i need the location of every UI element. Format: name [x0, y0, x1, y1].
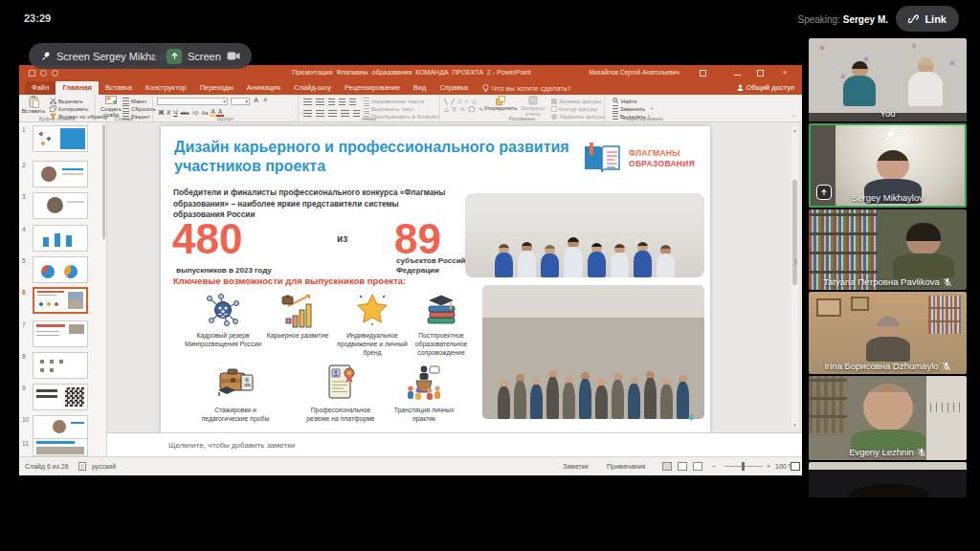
decrease-indent-icon[interactable] [328, 99, 335, 105]
reading-view-button[interactable] [693, 462, 702, 471]
bookshelf [809, 376, 847, 433]
tell-me-box[interactable]: Что вы хотите сделать? [475, 81, 579, 95]
grow-font-button[interactable]: А [253, 97, 259, 103]
zoom-in-button[interactable]: + [767, 463, 770, 470]
link-button[interactable]: Link [896, 6, 959, 32]
tab-help[interactable]: Справка [433, 81, 474, 95]
open-book-icon [582, 142, 622, 176]
fit-to-window-button[interactable] [791, 462, 800, 471]
notes-pane[interactable]: Щелкните, чтобы добавить заметки [107, 432, 802, 456]
comments-toggle[interactable]: Примечания [607, 463, 645, 470]
resume-icon [320, 362, 362, 404]
shape-fill-button[interactable]: Заливка фигуры [551, 98, 605, 104]
layout-button[interactable]: Макет [122, 98, 156, 104]
slide-page-number: 8 [689, 413, 693, 422]
save-icon[interactable] [29, 70, 35, 77]
thumbnail-scrollbar[interactable] [102, 124, 105, 239]
slide-thumbnail-4[interactable] [33, 225, 88, 252]
ribbon-group-font: ▾ ▾ А А Ж К Ч abc АВ Аа А А Шрифт [153, 95, 299, 121]
feature-internships: Стажировки и педагогические пробы [196, 362, 275, 424]
tab-insert[interactable]: Вставка [99, 81, 139, 95]
paste-button[interactable]: Вставить [19, 96, 48, 114]
window-light [809, 462, 967, 470]
editing-group-label: Редактирование [605, 116, 681, 121]
replace-button[interactable]: Заменить ▾ [612, 105, 653, 112]
tab-review[interactable]: Рецензирование [338, 81, 407, 95]
scroll-down-arrow[interactable]: ▾ [791, 422, 798, 428]
slide-thumbnail-8[interactable] [33, 352, 88, 379]
slide-thumbnail-5[interactable] [33, 256, 88, 283]
underline-button[interactable]: Ч [172, 109, 179, 116]
participant-tile-partial[interactable] [809, 462, 967, 497]
quick-styles-button[interactable]: Экспресс-стили [517, 96, 549, 118]
restore-button[interactable] [757, 70, 764, 77]
feature-label: Карьерное развитие [267, 332, 329, 341]
participant-tile-evgeny[interactable]: Evgeny Lezhnin [809, 376, 967, 460]
tab-animations[interactable]: Анимация [240, 81, 287, 95]
reset-button[interactable]: Сбросить [122, 105, 156, 112]
align-text-button[interactable]: Выровнять текст [364, 105, 438, 112]
scroll-up-arrow[interactable]: ▴ [791, 127, 798, 133]
canvas-scrollbar[interactable]: ▴ ▾ [791, 126, 798, 429]
language-indicator[interactable]: русский [92, 463, 116, 470]
shapes-gallery[interactable]: ╲ ╱ □ ○ ◇ △ ▽ ☆ ◯ ∿ [444, 98, 484, 113]
slide-thumbnail-11[interactable] [33, 438, 88, 456]
slide-thumbnail-3[interactable] [33, 192, 88, 219]
camera-icon[interactable] [227, 51, 240, 61]
zoom-out-button[interactable]: − [712, 463, 716, 470]
notes-toggle[interactable]: Заметки [563, 463, 589, 470]
share-document-button[interactable]: Общий доступ [737, 83, 794, 92]
close-button[interactable]: × [777, 68, 792, 77]
text-direction-button[interactable]: Направление текста [364, 98, 438, 104]
slide-thumbnail-6-selected[interactable] [33, 287, 88, 314]
strikethrough-button[interactable]: abc [179, 110, 190, 116]
ribbon-options-button[interactable] [700, 70, 706, 77]
bold-button[interactable]: Ж [157, 109, 166, 116]
meeting-top-bar: 23:29 Speaking: Sergey M. Link [0, 0, 980, 38]
tab-transitions[interactable]: Переходы [193, 81, 240, 95]
participant-tile-tatyana[interactable]: Tatyana Петровна Pavlikova [809, 209, 967, 290]
change-case-button[interactable]: Аа [200, 110, 210, 116]
shapes-row-1: ╲ ╱ □ ○ ◇ [444, 98, 484, 105]
spellcheck-icon[interactable] [78, 462, 86, 471]
text-shadow-button[interactable]: АВ [190, 110, 200, 116]
minimize-button[interactable] [734, 75, 741, 76]
participant-tile-irina[interactable]: Irina Борисовна Dzhumaylo [809, 292, 967, 374]
shape-outline-button[interactable]: Контур фигуры [551, 105, 605, 112]
bullets-icon[interactable] [303, 99, 312, 105]
line-spacing-icon[interactable] [349, 99, 356, 105]
ribbon-group-slides: Создать слайд Макет Сбросить Раздел Слай… [96, 95, 153, 121]
tab-design[interactable]: Конструктор [139, 81, 193, 95]
slide-thumbnail-7[interactable] [33, 320, 88, 347]
normal-view-button[interactable] [662, 462, 672, 471]
undo-icon[interactable] [40, 70, 47, 77]
numbering-icon[interactable] [316, 99, 324, 105]
shrink-font-button[interactable]: А [262, 97, 269, 102]
canvas-scrollbar-thumb[interactable] [792, 180, 797, 285]
feature-practice-broadcast: Трансляция личных практик [385, 362, 463, 424]
font-name-box[interactable]: ▾ [157, 98, 228, 105]
screen-share-tab[interactable]: Screen [155, 43, 252, 69]
font-size-box[interactable]: ▾ [231, 98, 250, 105]
tab-slideshow[interactable]: Слайд-шоу [287, 81, 338, 95]
tab-home[interactable]: Главная [56, 81, 99, 95]
sidebar-collapse-chevron[interactable]: › [793, 253, 798, 269]
participant-tile-sergey-active[interactable]: Sergey Mikhaylov [809, 123, 967, 208]
zoom-slider-thumb[interactable] [742, 462, 745, 471]
current-slide[interactable]: Дизайн карьерного и профессионального ра… [161, 126, 710, 432]
shape-fill-icon [551, 99, 557, 104]
slide-sorter-view-button[interactable] [678, 462, 687, 471]
thumb-number: 5 [22, 257, 26, 264]
redo-icon[interactable] [52, 70, 58, 77]
slide-thumbnail-1[interactable] [33, 125, 88, 152]
arrange-button[interactable]: Упорядочить [484, 96, 517, 111]
slide-thumbnail-2[interactable] [33, 161, 88, 187]
tab-file[interactable]: Файл [25, 81, 56, 95]
italic-button[interactable]: К [166, 109, 172, 116]
tab-view[interactable]: Вид [407, 81, 434, 95]
collapse-ribbon-button[interactable]: ⌃ [791, 114, 796, 121]
participant-tile-you[interactable]: You [809, 38, 967, 121]
slide-thumbnail-9[interactable] [33, 384, 88, 410]
find-button[interactable]: Найти [612, 98, 653, 104]
increase-indent-icon[interactable] [339, 99, 345, 105]
